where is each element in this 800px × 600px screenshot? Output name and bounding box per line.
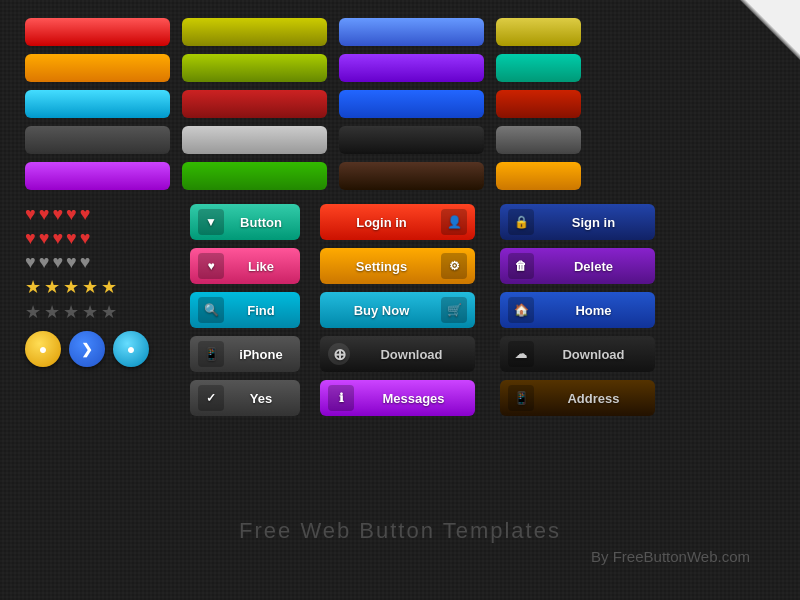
hearts-row-2: ♥ ♥ ♥ ♥ ♥ (25, 228, 170, 249)
heart-4[interactable]: ♥ (66, 204, 77, 225)
bar-purple[interactable] (25, 162, 170, 190)
address-icon: 📱 (508, 385, 534, 411)
star-2[interactable]: ★ (44, 276, 60, 298)
star-gray-3[interactable]: ★ (63, 301, 79, 323)
download-label-col3: Download (540, 347, 647, 362)
iphone-icon: 📱 (198, 341, 224, 367)
bar-red[interactable] (25, 18, 170, 46)
styled-buttons-col1: ▼ Button ♥ Like 🔍 Find 📱 iPhone ✓ Yes (190, 204, 300, 416)
bar-cyan[interactable] (25, 90, 170, 118)
star-gray-5[interactable]: ★ (101, 301, 117, 323)
button-label: Button (230, 215, 292, 230)
bar-col4-yellow[interactable] (496, 18, 581, 46)
heart-2[interactable]: ♥ (39, 204, 50, 225)
bar-col4-teal[interactable] (496, 54, 581, 82)
yes-icon: ✓ (198, 385, 224, 411)
bar-silver[interactable] (182, 126, 327, 154)
signin-button[interactable]: 🔒 Sign in (500, 204, 655, 240)
iphone-button[interactable]: 📱 iPhone (190, 336, 300, 372)
address-label: Address (540, 391, 647, 406)
settings-icon: ⚙ (441, 253, 467, 279)
stars-row-yellow: ★ ★ ★ ★ ★ (25, 276, 170, 298)
find-label: Find (230, 303, 292, 318)
heart-gray-4[interactable]: ♥ (66, 252, 77, 273)
heart-gray-5[interactable]: ♥ (80, 252, 91, 273)
star-gray-4[interactable]: ★ (82, 301, 98, 323)
ratings-area: ♥ ♥ ♥ ♥ ♥ ♥ ♥ ♥ ♥ ♥ ♥ ♥ ♥ ♥ ♥ ★ (25, 204, 170, 367)
heart-gray-3[interactable]: ♥ (52, 252, 63, 273)
footer-title: Free Web Button Templates (0, 518, 800, 544)
star-gray-2[interactable]: ★ (44, 301, 60, 323)
download-icon-col2: ⊕ (328, 343, 350, 365)
login-label: Login in (328, 215, 435, 230)
buynow-button[interactable]: Buy Now 🛒 (320, 292, 475, 328)
download-button-col2[interactable]: ⊕ Download (320, 336, 475, 372)
messages-label: Messages (360, 391, 467, 406)
like-label: Like (230, 259, 292, 274)
bar-yellowgreen[interactable] (182, 54, 327, 82)
bar-lightblue[interactable] (339, 18, 484, 46)
bar-black[interactable] (339, 126, 484, 154)
delete-icon: 🗑 (508, 253, 534, 279)
find-button[interactable]: 🔍 Find (190, 292, 300, 328)
circle-arrow-button[interactable]: ❯ (69, 331, 105, 367)
styled-buttons-col2: Login in 👤 Settings ⚙ Buy Now 🛒 ⊕ Downlo… (320, 204, 480, 416)
login-button[interactable]: Login in 👤 (320, 204, 475, 240)
bar-green[interactable] (182, 162, 327, 190)
signin-label: Sign in (540, 215, 647, 230)
messages-icon: ℹ (328, 385, 354, 411)
bar-crimson[interactable] (182, 90, 327, 118)
settings-button[interactable]: Settings ⚙ (320, 248, 475, 284)
styled-buttons-col3: 🔒 Sign in 🗑 Delete 🏠 Home ☁ Download 📱 A… (500, 204, 660, 416)
settings-label: Settings (328, 259, 435, 274)
star-gray-1[interactable]: ★ (25, 301, 41, 323)
bar-col4-orange[interactable] (496, 162, 581, 190)
heart-5[interactable]: ♥ (80, 204, 91, 225)
delete-button[interactable]: 🗑 Delete (500, 248, 655, 284)
heart-1[interactable]: ♥ (25, 204, 36, 225)
bar-orange[interactable] (25, 54, 170, 82)
messages-button[interactable]: ℹ Messages (320, 380, 475, 416)
bar-violet[interactable] (339, 54, 484, 82)
bar-darkgray[interactable] (25, 126, 170, 154)
home-icon: 🏠 (508, 297, 534, 323)
star-5[interactable]: ★ (101, 276, 117, 298)
heart-10[interactable]: ♥ (80, 228, 91, 249)
circle-buttons-row: ● ❯ ● (25, 331, 170, 367)
address-button[interactable]: 📱 Address (500, 380, 655, 416)
footer: Free Web Button Templates By FreeButtonW… (0, 518, 800, 565)
circle-yellow-button[interactable]: ● (25, 331, 61, 367)
star-4[interactable]: ★ (82, 276, 98, 298)
download-label-col2: Download (356, 347, 467, 362)
iphone-label: iPhone (230, 347, 292, 362)
bar-olive[interactable] (182, 18, 327, 46)
star-3[interactable]: ★ (63, 276, 79, 298)
home-label: Home (540, 303, 647, 318)
yes-button[interactable]: ✓ Yes (190, 380, 300, 416)
circle-blue-button[interactable]: ● (113, 331, 149, 367)
heart-gray-2[interactable]: ♥ (39, 252, 50, 273)
bar-col4-darkred[interactable] (496, 90, 581, 118)
home-button[interactable]: 🏠 Home (500, 292, 655, 328)
heart-7[interactable]: ♥ (39, 228, 50, 249)
download-icon-col3: ☁ (508, 341, 534, 367)
heart-3[interactable]: ♥ (52, 204, 63, 225)
heart-8[interactable]: ♥ (52, 228, 63, 249)
find-icon: 🔍 (198, 297, 224, 323)
heart-9[interactable]: ♥ (66, 228, 77, 249)
download-button-col3[interactable]: ☁ Download (500, 336, 655, 372)
login-icon: 👤 (441, 209, 467, 235)
star-1[interactable]: ★ (25, 276, 41, 298)
footer-url: By FreeButtonWeb.com (0, 548, 800, 565)
bar-blue[interactable] (339, 90, 484, 118)
bar-brown[interactable] (339, 162, 484, 190)
buynow-icon: 🛒 (441, 297, 467, 323)
heart-gray-1[interactable]: ♥ (25, 252, 36, 273)
delete-label: Delete (540, 259, 647, 274)
button-btn[interactable]: ▼ Button (190, 204, 300, 240)
heart-6[interactable]: ♥ (25, 228, 36, 249)
like-button[interactable]: ♥ Like (190, 248, 300, 284)
signin-icon: 🔒 (508, 209, 534, 235)
yes-label: Yes (230, 391, 292, 406)
bar-col4-gray[interactable] (496, 126, 581, 154)
